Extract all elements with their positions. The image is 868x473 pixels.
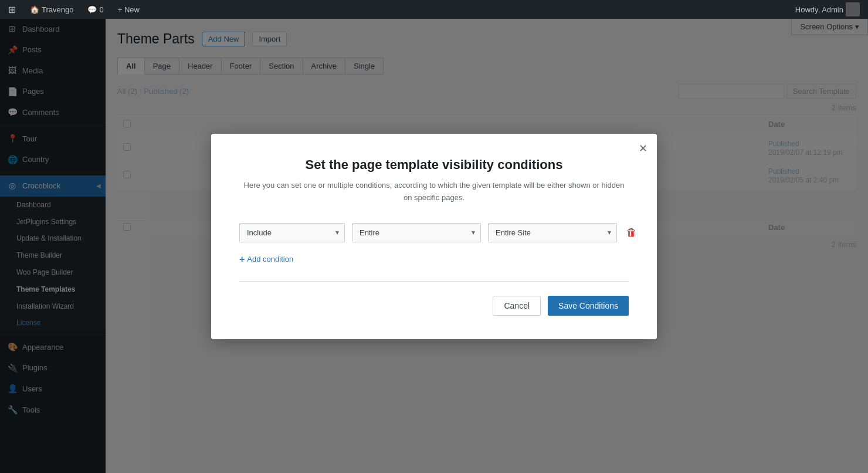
- modal-description: Here you can set one or multiple conditi…: [239, 180, 629, 204]
- modal-actions: Cancel Save Conditions: [239, 296, 629, 316]
- site-name[interactable]: 🏠 Travengo: [26, 0, 77, 19]
- avatar: [846, 2, 860, 16]
- entire-select[interactable]: Entire Singular Archive: [352, 223, 481, 242]
- cancel-button[interactable]: Cancel: [493, 296, 541, 316]
- new-content-button[interactable]: + New: [114, 0, 143, 19]
- save-conditions-button[interactable]: Save Conditions: [548, 296, 629, 316]
- home-icon: 🏠: [30, 5, 39, 14]
- entire-select-wrapper: Entire Singular Archive: [352, 223, 481, 242]
- condition-row: Include Exclude Entire Singular Archive …: [239, 223, 629, 242]
- modal-close-button[interactable]: ✕: [639, 143, 647, 154]
- wp-logo[interactable]: ⊞: [5, 0, 19, 19]
- comments-icon: 💬: [87, 5, 97, 14]
- comments-link[interactable]: 💬 0: [84, 0, 107, 19]
- include-select[interactable]: Include Exclude: [239, 223, 345, 242]
- modal-divider: [239, 281, 629, 282]
- include-select-wrapper: Include Exclude: [239, 223, 345, 242]
- modal-overlay: ✕ Set the page template visibility condi…: [0, 0, 868, 473]
- modal-title: Set the page template visibility conditi…: [239, 157, 629, 173]
- howdy-user[interactable]: Howdy, Admin: [792, 0, 863, 19]
- visibility-conditions-modal: ✕ Set the page template visibility condi…: [211, 134, 657, 339]
- delete-condition-button[interactable]: 🗑: [624, 225, 639, 240]
- site-select-wrapper: Entire Site Front Page Posts Page: [488, 223, 617, 242]
- add-condition-button[interactable]: + Add condition: [239, 252, 293, 267]
- trash-icon: 🗑: [626, 227, 637, 238]
- plus-icon: +: [239, 254, 245, 265]
- site-select[interactable]: Entire Site Front Page Posts Page: [488, 223, 617, 242]
- wp-icon: ⊞: [8, 4, 16, 15]
